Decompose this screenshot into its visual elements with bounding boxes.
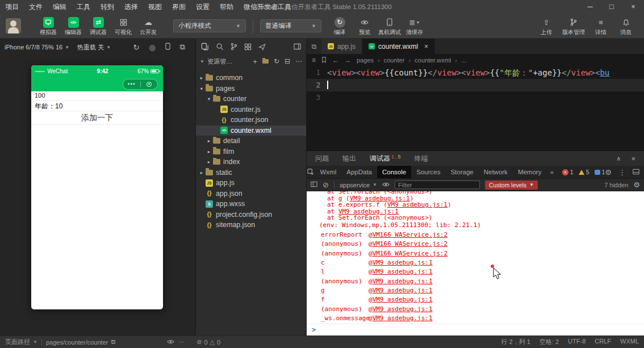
version-management-button[interactable]: 版本管理 (559, 17, 588, 35)
menubar-item[interactable]: 视图 (143, 0, 167, 14)
forward-icon[interactable]: → (344, 56, 351, 64)
source-control-icon[interactable] (231, 43, 237, 51)
tree-item-film[interactable]: ▸film (196, 146, 306, 157)
tree-item-detail[interactable]: ▸detail (196, 136, 306, 146)
devtools-tab-sources[interactable]: Sources (411, 166, 445, 178)
devtools-tab-memory[interactable]: Memory (513, 166, 547, 178)
detach-window-icon[interactable]: ⧉ (180, 43, 185, 52)
tree-item-static[interactable]: ▸static (196, 167, 306, 178)
visualization-button[interactable]: 可视化 (111, 17, 136, 35)
context-select[interactable]: appservice▼ (340, 182, 377, 188)
menubar-item[interactable]: 项目 (0, 0, 24, 14)
tree-item-project.config.json[interactable]: project.config.json (196, 209, 306, 220)
clear-cache-button[interactable]: ≣▼ 清缓存 (402, 17, 427, 35)
tree-item-index[interactable]: ▸index (196, 157, 306, 167)
close-panel-icon[interactable]: × (631, 154, 635, 163)
console-output[interactable]: at Set.forEach (<anonymous>)at g (VM9 as… (307, 191, 644, 324)
compile-mode-select[interactable]: 普通编译▼ (260, 19, 321, 32)
console-warning-count[interactable]: 5 (579, 169, 589, 175)
tree-item-sitemap.json[interactable]: sitemap.json (196, 220, 306, 230)
menubar-item[interactable]: 帮助 (215, 0, 239, 14)
back-icon[interactable]: ← (332, 56, 339, 64)
breadcrumb-item[interactable]: pages (357, 57, 374, 64)
real-device-debug-button[interactable]: 真机调试 (377, 17, 402, 35)
cursor-position[interactable]: 行 2，列 1 (501, 338, 530, 346)
toggle-visibility-eye-icon[interactable] (167, 339, 174, 346)
collapse-all-icon[interactable]: ⊟ (285, 57, 290, 65)
new-file-icon[interactable]: + (253, 57, 257, 66)
statusbar-more-icon[interactable]: ⋯ (178, 338, 185, 346)
frame-source-link[interactable]: VM166 WAService.js:2 (373, 231, 448, 238)
problems-indicator[interactable]: ⊘ 0 △ 0 (196, 338, 220, 346)
screenshot-icon[interactable]: ◎ (149, 43, 155, 52)
page-path-select[interactable]: 页面路径 ▼ (5, 338, 37, 346)
devtools-tab-appdata[interactable]: AppData (341, 166, 377, 178)
encoding-setting[interactable]: UTF-8 (568, 338, 586, 346)
console-error-count[interactable]: × 1 (562, 169, 574, 175)
tree-item-common[interactable]: ▸common (196, 73, 306, 83)
frame-source-link[interactable]: VM9 asdebug.js:1 (373, 278, 433, 285)
live-expression-eye-icon[interactable] (382, 182, 390, 188)
menubar-item[interactable]: 编辑 (48, 0, 72, 14)
language-mode[interactable]: WXML (620, 338, 639, 346)
debugger-button[interactable]: ⇄ 调试器 (86, 17, 111, 35)
frame-source-link[interactable]: VM9 asdebug.js:1 (373, 315, 433, 322)
devtools-tab-console[interactable]: Console (377, 166, 411, 178)
panel-layout-icon[interactable] (294, 43, 301, 50)
frame-source-link[interactable]: VM9 asdebug.js:1 (373, 296, 433, 303)
editor-button[interactable]: </> 编辑器 (61, 17, 86, 35)
compile-button[interactable]: ↻ 编译 (327, 17, 352, 35)
cloud-dev-button[interactable]: ☁ 云开发 (136, 17, 161, 35)
console-info-count[interactable]: 1 (595, 169, 605, 175)
tree-item-counter.wxml[interactable]: counter.wxml (196, 125, 306, 136)
frame-source-link[interactable]: VM9 asdebug.js:1 (373, 287, 433, 294)
tree-item-app.js[interactable]: app.js (196, 178, 306, 188)
hot-reload-toggle[interactable]: 热重载 关▼ (77, 43, 111, 52)
tree-item-app.wxss[interactable]: app.wxss (196, 199, 306, 209)
clear-console-icon[interactable]: ⊘ (323, 181, 329, 189)
dock-side-icon[interactable] (633, 168, 639, 177)
menubar-item[interactable]: 选择 (119, 0, 143, 14)
devtools-tab-network[interactable]: Network (479, 166, 513, 178)
collapse-panel-icon[interactable]: ∧ (616, 155, 621, 162)
breadcrumb-item[interactable]: ... (461, 57, 466, 64)
explorer-icon[interactable] (201, 43, 209, 51)
console-sidebar-icon[interactable] (311, 181, 317, 188)
tab-problems[interactable]: 问题 (315, 154, 329, 163)
simulator-button[interactable]: 模拟器 (36, 17, 61, 35)
open-editors-icon[interactable]: ⧉ (307, 39, 321, 54)
breadcrumb-item[interactable]: counter (384, 57, 405, 64)
settings-gear-icon[interactable]: ⚙ (605, 168, 612, 177)
mode-select[interactable]: 小程序模式▼ (173, 19, 246, 32)
frame-source-link[interactable]: VM9 asdebug.js:1 (373, 305, 433, 313)
menubar-item[interactable]: 工具 (72, 0, 95, 14)
kebab-menu-icon[interactable]: ⋮ (618, 168, 626, 177)
menubar-item[interactable]: 设置 (191, 0, 215, 14)
tab-app-js[interactable]: app.js (321, 39, 362, 54)
frame-source-link[interactable]: VM166 WAService.js:2 (373, 250, 448, 257)
menubar-item[interactable]: 转到 (95, 0, 119, 14)
capsule-more-icon[interactable]: ••• (123, 82, 140, 87)
tree-item-counter.js[interactable]: counter.js (196, 104, 306, 115)
more-actions-icon[interactable]: ⋯ (295, 57, 302, 65)
refresh-icon[interactable]: ↻ (274, 57, 279, 65)
device-select[interactable]: iPhone 6/7/8 75% 16▼ (5, 44, 69, 51)
tree-item-counter[interactable]: ▾counter (196, 94, 306, 104)
messages-button[interactable]: 消息 (613, 17, 638, 35)
tab-output[interactable]: 输出 (342, 154, 356, 163)
log-levels-button[interactable]: Custom levels▼ (485, 181, 538, 190)
inspect-element-icon[interactable] (307, 169, 315, 176)
preview-button[interactable]: 预览 (352, 17, 377, 35)
bookmark-icon[interactable] (321, 57, 327, 64)
user-avatar[interactable] (6, 18, 21, 33)
outline-icon[interactable]: ≡ (312, 56, 316, 64)
frame-source-link[interactable]: VM9 asdebug.js:1 (373, 259, 433, 266)
console-prompt-row[interactable]: > (307, 324, 644, 336)
frame-source-link[interactable]: VM166 WAService.js:2 (373, 240, 448, 248)
upload-button[interactable]: ⇧ 上传 (534, 17, 559, 35)
details-button[interactable]: ≡ 详情 (588, 17, 613, 35)
extensions-icon[interactable] (244, 43, 252, 51)
code-editor[interactable]: 1 <view><view>{{count}}</view><view>{{"年… (307, 66, 644, 150)
tab-debugger[interactable]: 调试器 1 , 5 (370, 154, 401, 163)
tab-counter-wxml[interactable]: counter.wxml × (362, 39, 435, 54)
